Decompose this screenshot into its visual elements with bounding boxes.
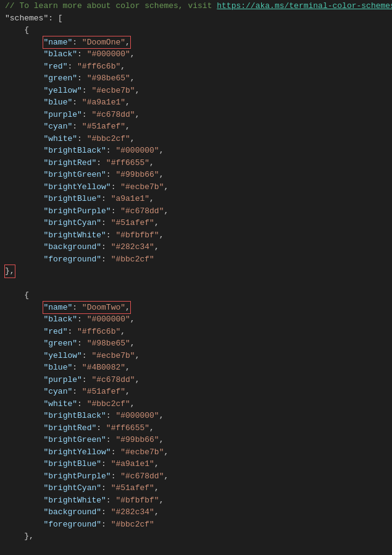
scheme-2-brightpurple: "brightPurple": "#c678dd", — [0, 470, 392, 483]
scheme-1-yellow: "yellow": "#ecbe7b", — [0, 85, 392, 97]
scheme-2-brightyellow: "brightYellow": "#ecbe7b", — [0, 446, 392, 459]
scheme-1-brightcyan: "brightCyan": "#51afef", — [0, 217, 392, 229]
scheme-2-white: "white": "#bbc2cf", — [0, 398, 392, 410]
scheme-1-brightblack: "brightBlack": "#000000", — [0, 145, 392, 157]
scheme-1-foreground: "foreground": "#bbc2cf" — [0, 253, 392, 266]
scheme-2-brightgreen: "brightGreen": "#99bb66", — [0, 434, 392, 446]
scheme-1-white: "white": "#bbc2cf", — [0, 133, 392, 145]
scheme-1-brightpurple: "brightPurple": "#c678dd", — [0, 205, 392, 218]
scheme-1-open-brace: { — [0, 24, 392, 36]
scheme-2-open-brace: { — [0, 289, 392, 302]
comment-line: // To learn more about color schemes, vi… — [0, 0, 392, 12]
scheme-2-purple: "purple": "#c678dd", — [0, 374, 392, 386]
empty-line-1 — [0, 278, 392, 290]
scheme-2-brightblue: "brightBlue": "#a9a1e1", — [0, 458, 392, 470]
scheme-2-brightblack: "brightBlack": "#000000", — [0, 410, 392, 422]
scheme-2-foreground: "foreground": "#bbc2cf" — [0, 519, 392, 531]
scheme-1-brightwhite: "brightWhite": "#bfbfbf", — [0, 229, 392, 242]
scheme-1-red: "red": "#ff6c6b", — [0, 61, 392, 73]
scheme-2-name: "name": "DoomTwo", — [0, 302, 392, 314]
scheme-2-brightwhite: "brightWhite": "#bfbfbf", — [0, 494, 392, 507]
scheme-2-close-brace: }, — [0, 530, 392, 543]
scheme-2-background: "background": "#282c34", — [0, 506, 392, 519]
code-editor: // To learn more about color schemes, vi… — [0, 0, 392, 555]
scheme-1-blue: "blue": "#a9a1e1", — [0, 96, 392, 109]
empty-line-2 — [0, 543, 392, 555]
scheme-1-cyan: "cyan": "#51afef", — [0, 121, 392, 133]
scheme-2-blue: "blue": "#4B0082", — [0, 362, 392, 374]
schemes-opening: "schemes": [ — [0, 12, 392, 25]
scheme-1-name: "name": "DoomOne", — [0, 36, 392, 49]
scheme-1-purple: "purple": "#c678dd", — [0, 109, 392, 121]
scheme-2-cyan: "cyan": "#51afef", — [0, 386, 392, 398]
scheme-2-brightred: "brightRed": "#ff6655", — [0, 422, 392, 434]
scheme-2-black: "black": "#000000", — [0, 313, 392, 326]
scheme-1-green: "green": "#98be65", — [0, 72, 392, 85]
scheme-1-background: "background": "#282c34", — [0, 241, 392, 253]
scheme-2-brightcyan: "brightCyan": "#51afef", — [0, 482, 392, 494]
scheme-1-close-brace: }, — [0, 265, 392, 278]
scheme-2-red: "red": "#ff6c6b", — [0, 326, 392, 338]
scheme-1-brightred: "brightRed": "#ff6655", — [0, 157, 392, 169]
scheme-1-black: "black": "#000000", — [0, 48, 392, 61]
scheme-2-yellow: "yellow": "#ecbe7b", — [0, 350, 392, 362]
scheme-2-green: "green": "#98be65", — [0, 337, 392, 350]
scheme-1-brightblue: "brightBlue": "a9a1e1", — [0, 193, 392, 205]
scheme-1-brightgreen: "brightGreen": "#99bb66", — [0, 169, 392, 181]
scheme-1-brightyellow: "brightYellow": "#ecbe7b", — [0, 181, 392, 193]
